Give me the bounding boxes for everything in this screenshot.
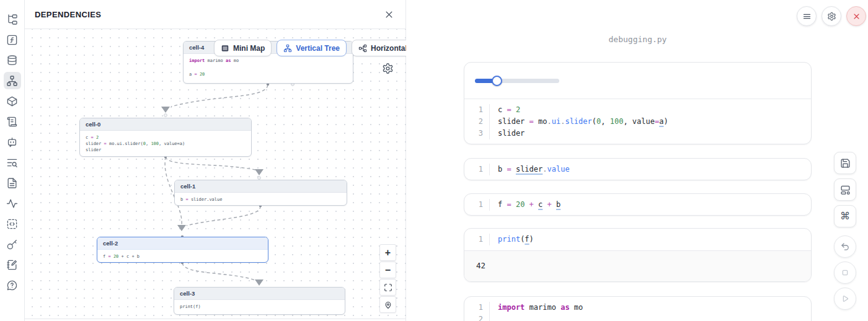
sidebar-item-functions[interactable] — [4, 31, 21, 48]
code-square-icon — [6, 218, 18, 230]
notebook-filename: debugging.py — [464, 35, 812, 44]
sidebar-item-help[interactable] — [4, 276, 21, 294]
code-editor[interactable]: 1c = 2 2slider = mo.ui.slider(0, 100, va… — [464, 99, 811, 144]
list-search-icon — [6, 157, 18, 169]
layout-toggle-button[interactable] — [834, 178, 856, 201]
sidebar-item-packages[interactable] — [4, 92, 21, 110]
notebook-menu-button[interactable] — [797, 6, 817, 26]
sidebar-item-scratchpad[interactable] — [4, 215, 21, 232]
undo-button[interactable] — [834, 235, 856, 258]
zoom-in-button[interactable]: + — [379, 244, 396, 261]
stop-button[interactable] — [834, 262, 856, 284]
help-circle-icon — [6, 279, 18, 291]
notebook-settings-button[interactable] — [822, 6, 841, 26]
vertical-tree-button[interactable]: Vertical Tree — [277, 40, 347, 56]
node-title: cell-1 — [175, 180, 347, 193]
database-icon — [6, 55, 18, 66]
sidebar-item-chat[interactable] — [4, 133, 21, 151]
cell-console-output: 42 — [464, 250, 811, 282]
key-icon — [6, 239, 18, 250]
shutdown-button[interactable] — [846, 6, 866, 26]
code-line: import marimo as mo — [490, 302, 583, 314]
dependency-graph-canvas[interactable]: cell-4 import marimo as moa = 20 cell-0 … — [25, 29, 406, 319]
plus-icon: + — [385, 247, 391, 258]
horizontal-tree-label: Horizontal Tree — [371, 44, 406, 53]
locate-node-button[interactable] — [379, 296, 396, 313]
sidebar-item-datasources[interactable] — [4, 51, 21, 69]
cell-output-widget — [464, 63, 811, 99]
minimap-button[interactable]: Mini Map — [214, 40, 272, 56]
slider-thumb[interactable] — [492, 76, 502, 86]
sidebar-item-snippets[interactable] — [4, 154, 21, 171]
fullscreen-icon — [384, 283, 392, 292]
code-editor[interactable]: 1f = 20 + c + b — [464, 194, 811, 216]
graph-node-cell-1[interactable]: cell-1 b = slider.value — [174, 180, 347, 206]
minimap-label: Mini Map — [233, 44, 265, 53]
close-icon — [384, 10, 394, 19]
graph-node-cell-0[interactable]: cell-0 c = 2slider = mo.ui.slider(0, 100… — [79, 118, 252, 157]
sidebar-item-dependencies[interactable] — [4, 72, 21, 89]
notebook-pen-icon — [6, 259, 18, 271]
activity-icon — [6, 198, 18, 209]
keyboard-shortcuts-button[interactable]: ⌘ — [834, 205, 856, 227]
code-line: c = 2 — [490, 104, 520, 116]
close-x-icon — [852, 12, 861, 21]
graph-settings-button[interactable] — [382, 63, 394, 74]
slider-widget[interactable] — [475, 76, 559, 86]
graph-toolbar: Mini Map Vertical Tree Horizontal Tree — [214, 40, 406, 56]
code-line: print(f) — [490, 234, 534, 245]
graph-node-cell-3[interactable]: cell-3 print(f) — [174, 287, 345, 315]
layout-icon — [840, 185, 851, 195]
map-pin-icon — [384, 301, 392, 309]
dependency-graph-icon — [6, 75, 18, 87]
code-line: slider = mo.ui.slider(0, 100, value=a) — [490, 116, 668, 128]
gear-icon — [382, 63, 394, 74]
code-line: b = slider.value — [490, 164, 570, 175]
document-icon — [6, 177, 18, 189]
zoom-out-button[interactable]: − — [379, 262, 396, 278]
line-number: 2 — [464, 116, 490, 128]
bot-message-icon — [6, 136, 18, 148]
code-line: slider — [490, 128, 525, 139]
scroll-icon — [6, 116, 18, 128]
code-line — [490, 314, 498, 321]
helper-sidebar — [0, 0, 25, 321]
line-number: 1 — [464, 164, 490, 175]
sidebar-item-logs[interactable] — [4, 113, 21, 130]
line-number: 1 — [464, 104, 490, 116]
code-line: f = 20 + c + b — [490, 199, 560, 211]
notebook-cell: 1b = slider.value — [464, 158, 812, 180]
line-number: 3 — [464, 128, 490, 139]
horizontal-tree-icon — [358, 44, 367, 53]
dependencies-panel: cell-4 import marimo as moa = 20 cell-0 … — [25, 0, 406, 321]
line-number: 1 — [464, 302, 490, 314]
panel-close-button[interactable] — [382, 7, 396, 21]
minus-icon: − — [385, 265, 391, 276]
node-title: cell-3 — [174, 288, 345, 300]
graph-zoom-controls: + − — [379, 244, 396, 313]
code-editor[interactable]: 1b = slider.value — [464, 159, 811, 180]
graph-node-cell-2[interactable]: cell-2 f = 20 + c + b — [97, 237, 268, 263]
gear-icon — [827, 12, 836, 21]
undo-icon — [840, 242, 850, 252]
vertical-tree-icon — [283, 44, 292, 53]
line-number: 2 — [464, 314, 490, 321]
function-square-icon — [6, 34, 18, 46]
package-icon — [6, 95, 18, 107]
minimap-icon — [221, 44, 229, 53]
code-editor[interactable]: 1print(f) — [464, 229, 811, 250]
sidebar-item-tracing[interactable] — [4, 195, 21, 212]
run-button[interactable] — [834, 288, 856, 310]
stop-icon — [840, 268, 850, 278]
fit-view-button[interactable] — [379, 279, 396, 296]
sidebar-item-documentation[interactable] — [4, 174, 21, 191]
sidebar-item-notebook[interactable] — [4, 256, 21, 273]
sidebar-item-file-tree[interactable] — [4, 11, 21, 28]
save-button[interactable] — [834, 152, 856, 174]
notebook-cell: 1import marimo as mo 2 — [464, 296, 812, 321]
node-title: cell-0 — [80, 118, 251, 131]
file-tree-icon — [6, 14, 18, 25]
horizontal-tree-button[interactable]: Horizontal Tree — [352, 40, 406, 56]
code-editor[interactable]: 1import marimo as mo 2 — [464, 297, 811, 321]
sidebar-item-secrets[interactable] — [4, 235, 21, 253]
